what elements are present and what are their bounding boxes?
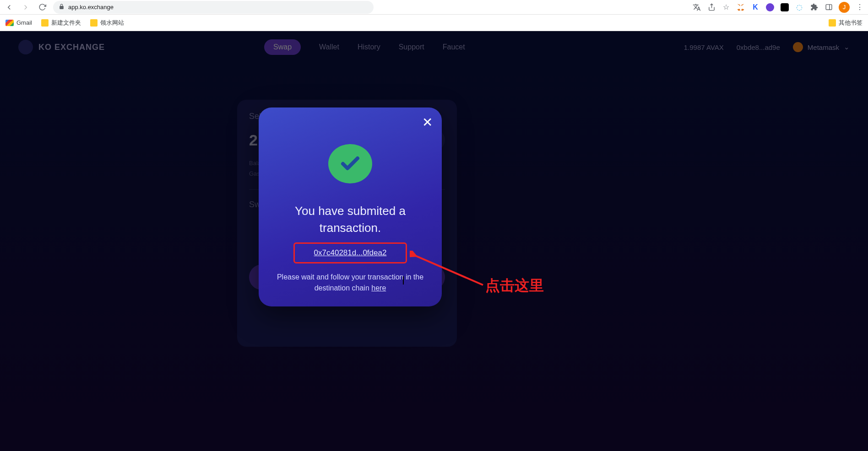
forward-button[interactable] bbox=[20, 2, 31, 13]
ext-drop-icon[interactable]: ◌ bbox=[795, 3, 804, 12]
translate-icon[interactable] bbox=[692, 3, 701, 12]
star-icon[interactable]: ☆ bbox=[722, 3, 731, 12]
tx-hash-highlight: 0x7c40281d...0fdea2 bbox=[293, 242, 407, 263]
annotation-text: 点击这里 bbox=[485, 276, 544, 296]
success-check-icon bbox=[328, 144, 372, 183]
sidepanel-icon[interactable] bbox=[824, 3, 833, 12]
metamask-ext-icon[interactable] bbox=[736, 3, 745, 12]
chrome-actions: ☆ K ◌ J ⋮ bbox=[692, 2, 864, 13]
close-icon[interactable]: ✕ bbox=[422, 115, 433, 130]
svg-rect-1 bbox=[826, 5, 832, 10]
browser-toolbar: app.ko.exchange ☆ K ◌ J ⋮ bbox=[0, 0, 868, 15]
tx-hash-link[interactable]: 0x7c40281d...0fdea2 bbox=[314, 248, 387, 257]
reload-button[interactable] bbox=[37, 2, 48, 13]
ext-purple-icon[interactable] bbox=[765, 3, 775, 12]
app-viewport: KO EXCHANGE Swap Wallet History Support … bbox=[0, 31, 868, 451]
bookmark-folder-1[interactable]: 新建文件夹 bbox=[41, 19, 81, 27]
bookmarks-bar: Gmail 新建文件夹 领水网站 其他书签 bbox=[0, 15, 868, 31]
folder-icon bbox=[90, 19, 98, 27]
url-text: app.ko.exchange bbox=[68, 4, 114, 11]
text-cursor bbox=[403, 276, 404, 285]
bookmark-gmail[interactable]: Gmail bbox=[5, 19, 32, 26]
lock-icon bbox=[59, 4, 65, 11]
back-button[interactable] bbox=[4, 2, 15, 13]
bookmark-other[interactable]: 其他书签 bbox=[829, 19, 863, 27]
folder-icon bbox=[41, 19, 49, 27]
modal-hint: Please wait and follow your transaction … bbox=[271, 272, 429, 294]
ext-k-icon[interactable]: K bbox=[751, 3, 760, 12]
ext-black-icon[interactable] bbox=[780, 3, 789, 12]
chrome-menu-icon[interactable]: ⋮ bbox=[855, 3, 864, 12]
profile-avatar[interactable]: J bbox=[839, 2, 850, 13]
modal-title: You have submited a transaction. bbox=[271, 203, 429, 236]
folder-icon bbox=[829, 19, 836, 27]
destination-chain-link[interactable]: here bbox=[371, 284, 386, 292]
address-bar[interactable]: app.ko.exchange bbox=[53, 1, 374, 14]
share-icon[interactable] bbox=[707, 3, 716, 12]
extensions-icon[interactable] bbox=[809, 3, 819, 12]
bookmark-folder-2[interactable]: 领水网站 bbox=[90, 19, 124, 27]
gmail-icon bbox=[5, 20, 14, 26]
transaction-modal: ✕ You have submited a transaction. 0x7c4… bbox=[259, 107, 442, 306]
